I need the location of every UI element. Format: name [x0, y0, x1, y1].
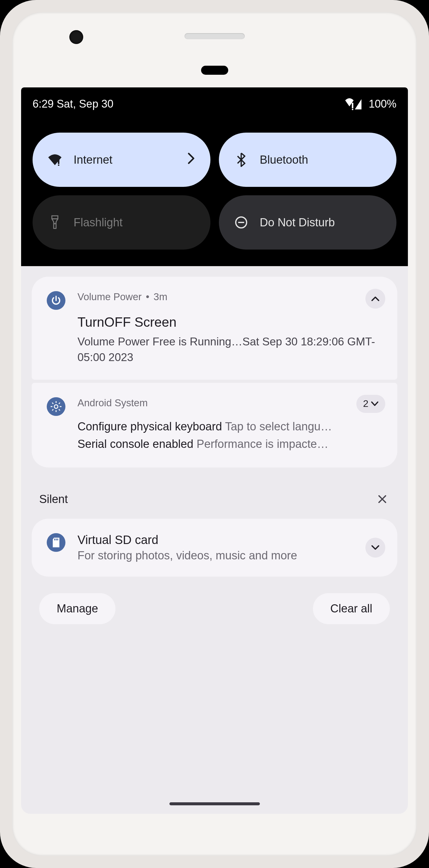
quick-settings-tiles: Internet Bluetooth [33, 133, 396, 250]
wifi-signal-icons [345, 97, 362, 111]
quick-settings-panel: 6:29 Sat, Sep 30 100% [21, 87, 408, 266]
qs-flashlight-label: Flashlight [73, 216, 123, 229]
clear-all-button[interactable]: Clear all [313, 593, 390, 624]
notification-android-system[interactable]: Android System Configure physical keyboa… [32, 383, 397, 468]
wifi-icon [48, 153, 62, 167]
notification-app-name: Android System [78, 397, 148, 409]
notification-body: For storing photos, videos, music and mo… [78, 549, 382, 562]
battery-percentage: 100% [369, 98, 396, 110]
svg-rect-19 [54, 538, 55, 540]
sd-card-icon [47, 533, 65, 552]
chevron-right-icon [187, 153, 195, 167]
line-body: Tap to select langu… [225, 420, 332, 433]
svg-line-17 [52, 409, 53, 410]
front-camera [69, 30, 83, 44]
line-title: Configure physical keyboard [78, 420, 222, 433]
manage-label: Manage [57, 602, 98, 615]
device-frame: 6:29 Sat, Sep 30 100% [0, 0, 429, 868]
bluetooth-icon [234, 153, 248, 167]
qs-tile-bluetooth[interactable]: Bluetooth [219, 133, 397, 187]
svg-point-5 [58, 164, 59, 166]
chevron-down-icon [371, 545, 380, 551]
notification-volume-power[interactable]: Volume Power • 3m TurnOFF Screen Volume … [32, 277, 397, 380]
silent-section-header: Silent [21, 470, 408, 519]
svg-rect-4 [58, 160, 59, 164]
sensor-pill [201, 66, 228, 75]
screen: 6:29 Sat, Sep 30 100% [21, 87, 408, 814]
qs-dnd-label: Do Not Disturb [260, 216, 335, 229]
notification-title: Virtual SD card [78, 533, 382, 547]
expand-button[interactable] [365, 538, 385, 558]
notification-footer: Manage Clear all [21, 577, 408, 624]
qs-bluetooth-label: Bluetooth [260, 153, 308, 166]
svg-rect-0 [352, 103, 353, 108]
gear-icon [47, 397, 65, 416]
notification-header: Android System [78, 397, 382, 409]
chevron-up-icon [371, 296, 380, 302]
status-right-cluster: 100% [345, 97, 396, 111]
notification-app-name: Volume Power [78, 291, 142, 303]
notification-title: TurnOFF Screen [78, 315, 382, 330]
qs-tile-internet[interactable]: Internet [33, 133, 210, 187]
svg-line-16 [59, 409, 60, 410]
qs-internet-label: Internet [73, 153, 113, 166]
qs-tile-dnd[interactable]: Do Not Disturb [219, 195, 397, 250]
line-body: Performance is impacte… [196, 438, 328, 450]
svg-line-15 [52, 403, 53, 404]
notification-region: Volume Power • 3m TurnOFF Screen Volume … [21, 266, 408, 624]
dismiss-silent-button[interactable] [375, 492, 390, 507]
notification-virtual-sd[interactable]: Virtual SD card For storing photos, vide… [32, 519, 397, 577]
group-count: 2 [363, 398, 368, 409]
flashlight-icon [48, 215, 62, 230]
svg-line-18 [59, 403, 60, 404]
collapse-button[interactable] [365, 289, 385, 309]
chevron-down-icon [371, 401, 379, 407]
dnd-icon [234, 215, 248, 230]
close-icon [377, 494, 388, 504]
silent-label: Silent [39, 493, 68, 506]
status-clock-date: 6:29 Sat, Sep 30 [33, 98, 113, 110]
earpiece-speaker [184, 33, 245, 39]
status-bar: 6:29 Sat, Sep 30 100% [33, 87, 396, 121]
notification-line-2: Serial console enabled Performance is im… [78, 435, 382, 453]
svg-point-7 [54, 223, 56, 224]
line-title: Serial console enabled [78, 438, 193, 450]
clear-all-label: Clear all [330, 602, 372, 615]
notification-body: Volume Power Free is Running…Sat Sep 30 … [78, 334, 382, 365]
notification-line-1: Configure physical keyboard Tap to selec… [78, 418, 382, 435]
svg-rect-21 [57, 538, 58, 540]
notification-header: Volume Power • 3m [78, 291, 382, 303]
notification-list: Volume Power • 3m TurnOFF Screen Volume … [21, 266, 408, 467]
notification-age: 3m [153, 291, 167, 303]
expand-group-button[interactable]: 2 [356, 395, 385, 413]
qs-tile-flashlight[interactable]: Flashlight [33, 195, 210, 250]
svg-point-1 [352, 109, 353, 110]
svg-rect-20 [56, 538, 57, 540]
power-icon [47, 291, 65, 310]
gesture-nav-handle[interactable] [170, 802, 260, 805]
separator-dot: • [146, 291, 150, 303]
manage-button[interactable]: Manage [39, 593, 116, 624]
svg-point-10 [54, 405, 58, 408]
